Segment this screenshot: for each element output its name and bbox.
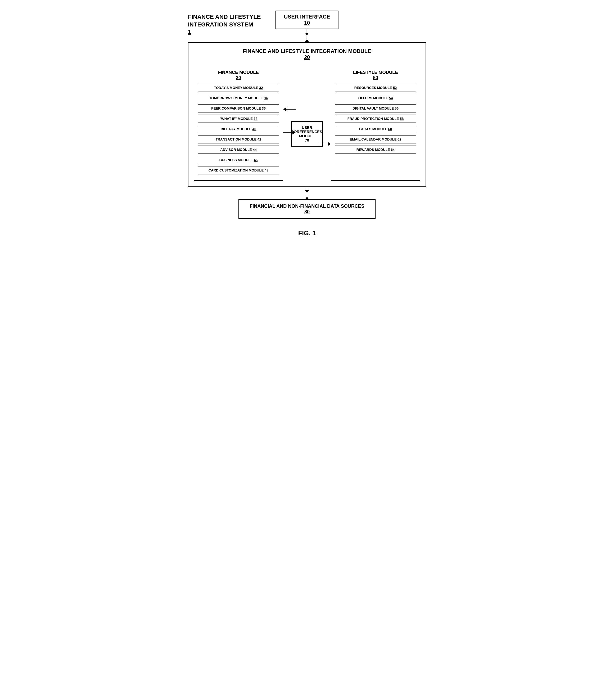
user-preferences-box: USER PREFERENCES MODULE 70: [291, 121, 323, 147]
lifestyle-item-2: DIGITAL VAULT MODULE 56: [335, 104, 416, 112]
lifestyle-item-4: GOALS MODULE 60: [335, 125, 416, 133]
figure-label: FIG. 1: [188, 229, 426, 237]
ui-box-wrapper: USER INTERFACE 10: [276, 11, 338, 42]
top-section: FINANCE AND LIFESTYLE INTEGRATION SYSTEM…: [188, 11, 426, 42]
lifestyle-item-3: FRAUD PROTECTION MODULE 58: [335, 115, 416, 123]
lifestyle-item-6: REWARDS MODULE 64: [335, 146, 416, 154]
lifestyle-module-title: LIFESTYLE MODULE 50: [335, 70, 416, 80]
integration-module-title: FINANCE AND LIFESTYLE INTEGRATION MODULE…: [194, 48, 420, 60]
lifestyle-items: RESOURCES MODULE 52 OFFERS MODULE 54 DIG…: [335, 84, 416, 154]
data-sources-wrapper: FINANCIAL AND NON-FINANCIAL DATA SOURCES…: [188, 199, 426, 219]
finance-item-3: "WHAT IF" MODULE 38: [198, 115, 279, 123]
lifestyle-item-0: RESOURCES MODULE 52: [335, 84, 416, 92]
finance-item-4: BILL PAY MODULE 40: [198, 125, 279, 133]
finance-item-0: TODAY'S MONEY MODULE 32: [198, 84, 279, 92]
user-interface-box: USER INTERFACE 10: [276, 11, 338, 29]
modules-row: FINANCE MODULE 30 TODAY'S MONEY MODULE 3…: [194, 66, 420, 181]
integration-to-data-arrow: [188, 187, 426, 199]
data-sources-box: FINANCIAL AND NON-FINANCIAL DATA SOURCES…: [238, 199, 375, 219]
finance-item-5: TRANSACTION MODULE 42: [198, 135, 279, 143]
finance-module-title: FINANCE MODULE 30: [198, 70, 279, 80]
finance-item-8: CARD CUSTOMIZATION MODULE 48: [198, 166, 279, 174]
finance-item-6: ADVISOR MODULE 44: [198, 146, 279, 154]
page-container: FINANCE AND LIFESTYLE INTEGRATION SYSTEM…: [188, 11, 426, 237]
arrow-to-lifestyle: [318, 142, 331, 146]
lifestyle-item-5: EMAIL/CALENDAR MODULE 62: [335, 135, 416, 143]
arrow-to-finance: [283, 107, 296, 111]
lifestyle-item-1: OFFERS MODULE 54: [335, 94, 416, 102]
lifestyle-module-box: LIFESTYLE MODULE 50 RESOURCES MODULE 52 …: [331, 66, 420, 181]
integration-module-box: FINANCE AND LIFESTYLE INTEGRATION MODULE…: [188, 42, 426, 187]
finance-item-7: BUSINESS MODULE 46: [198, 156, 279, 164]
system-label: FINANCE AND LIFESTYLE INTEGRATION SYSTEM…: [188, 13, 261, 36]
ui-to-integration-arrow: [305, 29, 309, 42]
center-col: USER PREFERENCES MODULE 70: [283, 66, 331, 181]
finance-item-1: TOMORROW'S MONEY MODULE 34: [198, 94, 279, 102]
finance-item-2: PEER COMPARISON MODULE 36: [198, 104, 279, 112]
finance-module-box: FINANCE MODULE 30 TODAY'S MONEY MODULE 3…: [194, 66, 283, 181]
arrow-from-finance-to-pref: [283, 130, 296, 135]
finance-items: TODAY'S MONEY MODULE 32 TOMORROW'S MONEY…: [198, 84, 279, 174]
